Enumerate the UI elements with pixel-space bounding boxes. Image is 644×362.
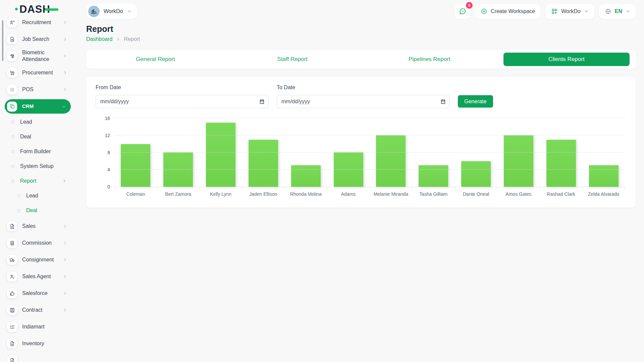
to-date-input[interactable] xyxy=(277,95,450,108)
sidebar-item-biometric-attendance[interactable]: Biometric Attendance xyxy=(0,48,76,64)
sidebar-menu-container: RecruitmentJob SearchBiometric Attendanc… xyxy=(0,17,76,362)
bar-amos-gates[interactable] xyxy=(504,135,533,187)
cart-icon xyxy=(7,68,17,78)
building-icon xyxy=(88,6,100,17)
messages-button[interactable]: 0 xyxy=(454,4,470,19)
language-menu[interactable]: EN xyxy=(599,4,636,19)
bar-tasha-gilliam[interactable] xyxy=(419,165,448,187)
sidebar-item-deal-sub[interactable]: Deal xyxy=(0,129,76,144)
chart-category-label: Rhonda Molina xyxy=(284,191,327,197)
clients-report-chart: 0481216 ColemanBert ZamoraKelly LynnJade… xyxy=(96,118,626,197)
chevron-right-icon xyxy=(62,179,67,183)
logo-dot-accent xyxy=(15,8,18,10)
bar-melanie-miranda[interactable] xyxy=(376,135,406,187)
chevron-down-icon xyxy=(626,9,630,14)
bar-bert-zamora[interactable] xyxy=(163,153,193,187)
sidebar-item-deal-sub[interactable]: Deal xyxy=(0,203,76,218)
chart-bars xyxy=(114,118,625,187)
chevron-right-icon xyxy=(63,87,67,92)
file-icon xyxy=(7,221,17,231)
sidebar-item-commission[interactable]: Commission xyxy=(0,235,76,251)
app-logo[interactable]: DASH xyxy=(0,0,76,19)
chart-slot xyxy=(370,118,412,187)
sidebar-item-salesforce[interactable]: Salesforce xyxy=(0,285,76,302)
tab-general-report[interactable]: General Report xyxy=(92,53,219,66)
chart-x-tick xyxy=(370,187,412,189)
sidebar-item-pos[interactable]: POS xyxy=(0,81,76,98)
sidebar-item-system-setup-sub[interactable]: System Setup xyxy=(0,159,76,174)
chart-x-tick xyxy=(412,187,454,189)
bullet-icon xyxy=(11,150,14,153)
chevron-right-icon xyxy=(116,37,120,41)
bar-zelda-alvarado[interactable] xyxy=(589,165,619,187)
sidebar-item-form-builder-sub[interactable]: Form Builder xyxy=(0,144,76,159)
sidebar-item-consignment[interactable]: Consignment xyxy=(0,251,76,268)
bar-rhonda-molina[interactable] xyxy=(291,165,321,187)
chart-slot xyxy=(157,118,200,187)
tab-staff-report[interactable]: Staff Report xyxy=(229,53,356,66)
sidebar-item-lead-sub[interactable]: Lead xyxy=(0,115,76,129)
chevron-down-icon xyxy=(584,9,589,14)
bar-kelly-lynn[interactable] xyxy=(206,123,235,187)
sidebar-item-lead-sub[interactable]: Lead xyxy=(0,188,76,203)
chart-slot xyxy=(284,118,327,187)
chart-x-tick xyxy=(540,187,582,189)
generate-button[interactable]: Generate xyxy=(458,95,493,108)
sidebar-item-recruitment[interactable]: Recruitment xyxy=(0,17,76,31)
chart-slot xyxy=(582,118,625,187)
create-workspace-button[interactable]: Create Workspace xyxy=(475,4,541,19)
chart-slot xyxy=(114,118,157,187)
chart-x-tick xyxy=(114,187,157,189)
breadcrumb-dashboard-link[interactable]: Dashboard xyxy=(86,36,112,42)
chart-gridline xyxy=(114,135,625,135)
sidebar-item-indiamart[interactable]: Indiamart xyxy=(0,318,76,335)
bullet-icon xyxy=(17,209,20,212)
chart-slot xyxy=(200,118,242,187)
from-date-input[interactable] xyxy=(96,95,269,108)
chart-slot xyxy=(455,118,497,187)
chart-plot-area: 0481216 xyxy=(114,118,625,187)
sidebar-item-partial[interactable] xyxy=(0,352,76,362)
chart-category-label: Tasha Gilliam xyxy=(412,191,455,197)
sidebar-item-report-sub[interactable]: Report xyxy=(0,174,76,188)
sidebar-item-job-search[interactable]: Job Search xyxy=(0,31,76,48)
app-root: DASH RecruitmentJob SearchBiometric Atte… xyxy=(0,0,644,362)
main-content: Report Dashboard Report General ReportSt… xyxy=(76,19,644,362)
chart-x-tick xyxy=(454,187,497,189)
bar-rashad-clark[interactable] xyxy=(546,140,576,187)
bar-jaden-ellison[interactable] xyxy=(249,140,278,187)
sidebar-item-contract[interactable]: Contract xyxy=(0,302,76,318)
sidebar-item-sales[interactable]: Sales xyxy=(0,218,76,235)
chevron-right-icon xyxy=(63,224,67,229)
chevron-down-icon xyxy=(61,104,66,109)
chart-x-tick xyxy=(284,187,327,189)
tab-pipelines-report[interactable]: Pipelines Report xyxy=(366,53,493,66)
tab-clients-report[interactable]: Clients Report xyxy=(503,53,630,66)
to-date-label: To Date xyxy=(277,84,450,90)
language-label: EN xyxy=(615,8,622,14)
workdo-apps-label: WorkDo xyxy=(561,8,581,14)
sidebar-item-procurement[interactable]: Procurement xyxy=(0,64,76,81)
report-filter-card: From Date To Date xyxy=(86,77,636,207)
sidebar-item-sales-agent[interactable]: Sales Agent xyxy=(0,268,76,285)
bar-dante-oneal[interactable] xyxy=(461,161,491,187)
topbar-actions: 0 Create Workspace WorkDo EN xyxy=(454,4,636,19)
workdo-apps-menu[interactable]: WorkDo xyxy=(545,4,594,19)
calendar-icon[interactable] xyxy=(259,99,265,104)
sidebar-item-inventory[interactable]: Inventory xyxy=(0,335,76,352)
from-date-label: From Date xyxy=(96,84,269,90)
sidebar-item-crm[interactable]: CRM xyxy=(5,99,71,114)
sidebar: DASH RecruitmentJob SearchBiometric Atte… xyxy=(0,0,76,362)
sidebar-menu: RecruitmentJob SearchBiometric Attendanc… xyxy=(0,17,76,362)
chart-x-tick xyxy=(157,187,200,189)
bar-adams[interactable] xyxy=(334,153,363,187)
chart-category-label: Coleman xyxy=(114,191,157,197)
chart-gridline xyxy=(114,118,625,118)
chart-y-tick-label: 16 xyxy=(105,116,110,121)
workspace-switcher[interactable]: WorkDo xyxy=(86,4,137,19)
layers-icon xyxy=(7,102,17,112)
chart-category-labels: ColemanBert ZamoraKelly LynnJaden Elliso… xyxy=(114,191,625,197)
workspace-name: WorkDo xyxy=(104,8,123,14)
bar-coleman[interactable] xyxy=(121,144,150,187)
calendar-icon[interactable] xyxy=(440,99,446,104)
